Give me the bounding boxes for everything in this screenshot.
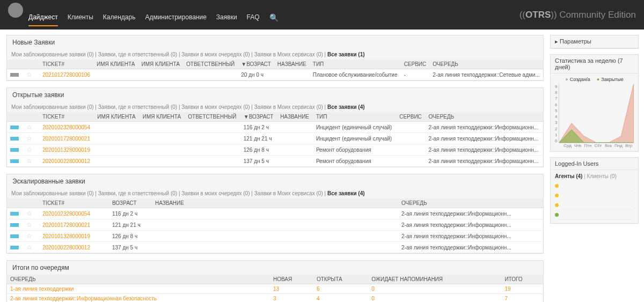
top-bar: Дайджест Клиенты Календарь Администриров…: [0, 0, 644, 30]
status-flag: [10, 126, 19, 129]
params-box[interactable]: ▸ Параметры: [550, 35, 639, 49]
main-nav: Дайджест Клиенты Календарь Администриров…: [28, 13, 279, 26]
status-flag: [10, 137, 19, 141]
status-flag: [10, 234, 19, 238]
table-row[interactable]: ☆ 2020100228000012 137 дн 5 чРемонт обор…: [7, 156, 543, 167]
nav-clients[interactable]: Клиенты: [68, 13, 93, 26]
new-tickets-table: TICKET#ИМЯ КЛИЕНТАИМЯ КЛИЕНТА ОТВЕТСТВЕН…: [7, 60, 543, 80]
star-icon[interactable]: ☆: [26, 146, 32, 153]
user-row[interactable]: [555, 210, 634, 220]
status-flag: [10, 223, 19, 227]
widget-new-tickets: Новые Заявки Мои заблокированные заявки …: [6, 35, 544, 81]
stats-box: Статистика за неделю (7 дней) Создан/а З…: [550, 54, 639, 152]
status-dot-icon: [555, 184, 559, 188]
star-icon[interactable]: ☆: [26, 244, 32, 251]
star-icon[interactable]: ☆: [26, 232, 32, 240]
star-icon[interactable]: ☆: [26, 210, 32, 217]
widget-open-tickets: Открытые заявки Мои заблокированные заяв…: [6, 87, 544, 167]
table-row[interactable]: ☆ 2020102328000054116 дн 2 ч2-ая линия т…: [7, 208, 543, 219]
widget-escalated-tickets: Эскалированные заявки Мои заблокированны…: [6, 174, 544, 254]
user-row[interactable]: [555, 181, 634, 191]
search-icon[interactable]: 🔍: [269, 13, 279, 26]
widget-title: Открытые заявки: [7, 88, 543, 102]
clients-tab[interactable]: Клиенты (0): [587, 173, 617, 179]
avatar[interactable]: [8, 3, 23, 18]
agents-tab[interactable]: Агенты (4): [555, 173, 582, 179]
table-row[interactable]: ☆ 2020101328000019126 дн 8 ч2-ая линия т…: [7, 231, 543, 242]
table-row[interactable]: ☆ 2020100228000012137 дн 5 ч2-ая линия т…: [7, 242, 543, 253]
status-flag: [10, 212, 19, 216]
nav-dashboard[interactable]: Дайджест: [28, 13, 58, 26]
chart-legend: Создан/а Закрытые: [555, 77, 634, 82]
status-flag: [10, 159, 19, 163]
status-flag: [10, 148, 19, 152]
user-row[interactable]: [555, 191, 634, 201]
table-row[interactable]: 2-ая линия техподдержки::Информационная …: [7, 294, 543, 303]
star-icon[interactable]: ☆: [26, 71, 32, 78]
logged-users-box: Logged-In Users Агенты (4) | Клиенты (0): [550, 157, 639, 224]
table-row[interactable]: ☆ 2020102328000054 116 дн 2 чИнцидент (е…: [7, 122, 543, 133]
queue-totals-table: ОЧЕРЕДЬ НОВАЯОТКРЫТА ОЖИДАЕТ НАПОМИНАНИЯ…: [7, 275, 543, 302]
nav-faq[interactable]: FAQ: [247, 13, 260, 26]
chevron-right-icon: ▸: [555, 38, 558, 45]
brand: ((OTRS)) Community Edition: [519, 10, 636, 20]
widget-title: Итоги по очередям: [7, 261, 543, 275]
widget-queue-totals: Итоги по очередям ОЧЕРЕДЬ НОВАЯОТКРЫТА О…: [6, 260, 544, 302]
table-row[interactable]: 1-ая линия техподдержки136019: [7, 284, 543, 294]
status-dot-icon: [555, 194, 559, 197]
table-row[interactable]: ☆ 2020101728000021 121 дн 21 чИнцидент (…: [7, 133, 543, 144]
nav-admin[interactable]: Администрирование: [145, 13, 206, 26]
status-flag: [10, 73, 19, 77]
table-row[interactable]: ☆ 2020101328000019 126 дн 8 чРемонт обор…: [7, 144, 543, 156]
user-row[interactable]: [555, 201, 634, 210]
status-dot-icon: [555, 213, 559, 217]
star-icon[interactable]: ☆: [26, 135, 32, 142]
table-row[interactable]: ☆ 2020101728000021121 дн 21 ч2-ая линия …: [7, 219, 543, 231]
status-flag: [10, 246, 19, 249]
table-row[interactable]: ☆ 2021012728000106 20 дн 0 ч Плановое об…: [7, 69, 543, 80]
status-dot-icon: [555, 203, 559, 207]
filter-tabs[interactable]: Мои заблокированные заявки (0) | Заявки,…: [7, 102, 543, 112]
star-icon[interactable]: ☆: [26, 157, 32, 165]
star-icon[interactable]: ☆: [26, 123, 32, 131]
nav-calendar[interactable]: Календарь: [103, 13, 136, 26]
nav-tickets[interactable]: Заявки: [216, 13, 237, 26]
widget-title: Новые Заявки: [7, 35, 543, 49]
open-tickets-table: TICKET#ИМЯ КЛИЕНТАИМЯ КЛИЕНТА ОТВЕТСТВЕН…: [7, 112, 543, 167]
widget-title: Эскалированные заявки: [7, 174, 543, 188]
filter-tabs[interactable]: Мои заблокированные заявки (0) | Заявки,…: [7, 188, 543, 198]
escalated-tickets-table: TICKET# ВОЗРАСТ НАЗВАНИЕ ОЧЕРЕДЬ ☆ 20201…: [7, 198, 543, 253]
filter-tabs[interactable]: Мои заблокированные заявки (0) | Заявки,…: [7, 49, 543, 60]
star-icon[interactable]: ☆: [26, 221, 32, 229]
week-chart: 9876543210: [555, 84, 634, 143]
